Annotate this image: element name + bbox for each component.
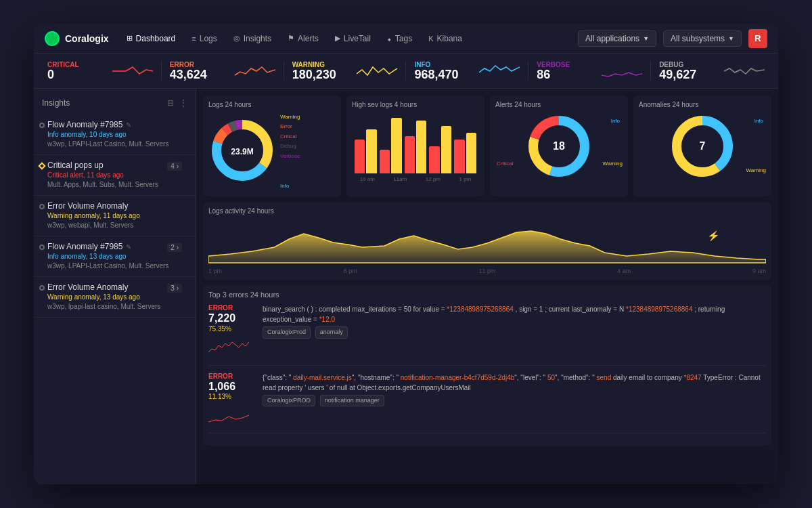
alerts24h-title: Alerts 24 hours xyxy=(495,101,623,108)
bar-group-0 xyxy=(355,129,377,173)
verbose-sparkline xyxy=(602,62,642,81)
activity-card: Logs activity 24 hours ⚡ xyxy=(203,202,771,280)
highsev-chart: High sev logs 4 hours xyxy=(346,96,484,196)
bar-warning-4 xyxy=(466,133,476,173)
insight-item-1[interactable]: 4 › Critical pops up Critical alert, 11 … xyxy=(34,155,196,196)
main-content: Logs 24 hours xyxy=(196,89,778,484)
stat-debug[interactable]: Debug 49,627 xyxy=(651,61,773,81)
insight-meta-1: Critical alert, 11 days ago xyxy=(47,171,187,179)
insight-item-3[interactable]: 2 › Flow Anomaly #7985 ✎ Info anomaly, 1… xyxy=(34,236,196,277)
alerts24h-center: 18 xyxy=(553,140,565,152)
stat-info[interactable]: Info 968,470 xyxy=(406,61,528,81)
all-subsystems-dropdown[interactable]: All subsystems ▼ xyxy=(663,30,742,47)
logs24h-legend: Warning Error Critical Debug Verbose Inf… xyxy=(280,112,300,191)
debug-value: 49,627 xyxy=(659,68,719,81)
highsev-bars xyxy=(352,112,479,173)
error-tag-0-1: anomaly xyxy=(315,326,348,339)
error-left-1: ERROR 1,066 11.13% xyxy=(208,373,256,426)
insight-dot-0 xyxy=(39,123,45,128)
nav-alerts[interactable]: ⚑ Alerts xyxy=(281,31,325,46)
bar-group-2 xyxy=(405,121,427,173)
badge-count-4: 3 › xyxy=(167,284,182,293)
anomalies24h-title: Anomalies 24 hours xyxy=(639,101,766,108)
insights-icon: ◎ xyxy=(233,34,240,43)
nav-insights[interactable]: ◎ Insights xyxy=(227,31,278,46)
charts-row: Logs 24 hours xyxy=(203,96,771,196)
insight-name-2: Error Volume Anomaly xyxy=(47,201,187,211)
logo: Coralogix xyxy=(45,31,109,46)
error-tag-0-0: CoralogixProd xyxy=(263,326,311,339)
dashboard-icon: ⊞ xyxy=(127,34,133,43)
error-sparkline-1 xyxy=(208,403,249,423)
filter-icon[interactable]: ⊟ xyxy=(167,98,174,108)
insight-dot-2 xyxy=(39,204,45,209)
nav-kibana[interactable]: K Kibana xyxy=(422,31,469,46)
insight-dot-3 xyxy=(39,245,45,250)
anomalies24h-chart: Anomalies 24 hours 7 Info Warning xyxy=(633,96,771,196)
logs24h-center: 23.9M xyxy=(231,147,253,156)
warning-value: 180,230 xyxy=(292,68,352,81)
nav-livetail[interactable]: ▶ LiveTail xyxy=(328,31,378,46)
warning-sparkline xyxy=(357,62,397,81)
anomalies-warning-label: Warning xyxy=(746,167,767,173)
all-applications-dropdown[interactable]: All applications ▼ xyxy=(578,30,656,47)
bar-critical-1 xyxy=(380,150,390,173)
kibana-icon: K xyxy=(428,35,433,43)
sidebar-header: Insights ⊟ ⋮ xyxy=(34,94,196,114)
insight-item-4[interactable]: 3 › Error Volume Anomaly Warning anomaly… xyxy=(34,277,196,318)
more-icon[interactable]: ⋮ xyxy=(179,98,187,108)
error-value: 43,624 xyxy=(170,68,229,81)
highsev-title: High sev logs 4 hours xyxy=(352,101,479,108)
dropdown-arrow2-icon: ▼ xyxy=(728,35,734,42)
error-sparkline-0 xyxy=(208,335,249,356)
svg-marker-11 xyxy=(208,231,766,263)
stats-bar: Critical 0 Error 43,624 Warning 180,230 xyxy=(34,54,778,89)
dropdown-arrow-icon: ▼ xyxy=(643,35,649,42)
alerts24h-chart: Alerts 24 hours 18 Info Warning Critical xyxy=(490,96,628,196)
alerts-critical-label: Critical xyxy=(497,161,513,167)
stat-error[interactable]: Error 43,624 xyxy=(162,61,284,81)
bar-warning-1 xyxy=(391,118,401,173)
bar-labels: 10 am 11am 12 pm 1 pm xyxy=(352,176,479,182)
stat-warning[interactable]: Warning 180,230 xyxy=(284,61,407,81)
bar-warning-3 xyxy=(441,126,451,173)
stat-verbose[interactable]: Verbose 86 xyxy=(528,61,651,81)
errors-title: Top 3 errors 24 hours xyxy=(208,291,766,299)
error-row-1: ERROR 1,066 11.13% {"class": " daily-mai… xyxy=(208,373,766,433)
edit-icon-0[interactable]: ✎ xyxy=(126,121,131,129)
insight-name-0: Flow Anomaly #7985 ✎ xyxy=(47,120,187,129)
activity-svg: ⚡ xyxy=(208,219,766,266)
user-avatar[interactable]: R xyxy=(748,29,767,48)
bar-critical-2 xyxy=(405,136,415,173)
bar-warning-0 xyxy=(366,129,376,173)
bar-warning-2 xyxy=(416,121,426,173)
critical-value: 0 xyxy=(47,68,107,81)
insight-item-0[interactable]: Flow Anomaly #7985 ✎ Info anomaly, 10 da… xyxy=(34,114,196,155)
activity-label-3: 4 am xyxy=(617,268,631,274)
sidebar: Insights ⊟ ⋮ Flow Anomaly #7985 ✎ Info a… xyxy=(34,89,196,484)
nav-dashboard[interactable]: ⊞ Dashboard xyxy=(120,31,183,46)
bar-group-1 xyxy=(380,118,402,173)
svg-text:⚡: ⚡ xyxy=(707,230,721,242)
insight-tags-4: w3wp, lpapi-last casino, Mult. Servers xyxy=(47,303,187,310)
stat-critical[interactable]: Critical 0 xyxy=(39,61,162,81)
activity-labels: 1 pm 6 pm 11 pm 4 am 9 am xyxy=(208,268,766,274)
bar-critical-3 xyxy=(429,146,439,173)
bar-group-4 xyxy=(454,133,476,173)
insight-item-2[interactable]: Error Volume Anomaly Warning anomaly, 11… xyxy=(34,196,196,236)
error-pct-1: 11.13% xyxy=(208,393,256,400)
activity-label-0: 1 pm xyxy=(208,268,222,274)
insight-meta-3: Info anomaly, 13 days ago xyxy=(47,253,187,260)
edit-icon-3[interactable]: ✎ xyxy=(126,243,131,251)
insight-tags-0: w3wp, LPAPI-Last Casino, Mult. Servers xyxy=(47,140,187,148)
logo-icon xyxy=(45,31,60,46)
logs24h-chart: Logs 24 hours xyxy=(203,96,341,196)
error-msg-1: {"class": " daily-mail.service.js", "hos… xyxy=(263,373,766,426)
error-pct-0: 75.35% xyxy=(208,325,256,333)
main-body: Insights ⊟ ⋮ Flow Anomaly #7985 ✎ Info a… xyxy=(34,89,778,484)
badge-count-1: 4 › xyxy=(167,162,182,171)
insight-name-3: Flow Anomaly #7985 ✎ xyxy=(47,242,187,251)
nav-logs[interactable]: ≡ Logs xyxy=(185,31,223,46)
nav-tags[interactable]: ⬥ Tags xyxy=(380,31,419,46)
error-type-1: ERROR xyxy=(208,373,256,380)
